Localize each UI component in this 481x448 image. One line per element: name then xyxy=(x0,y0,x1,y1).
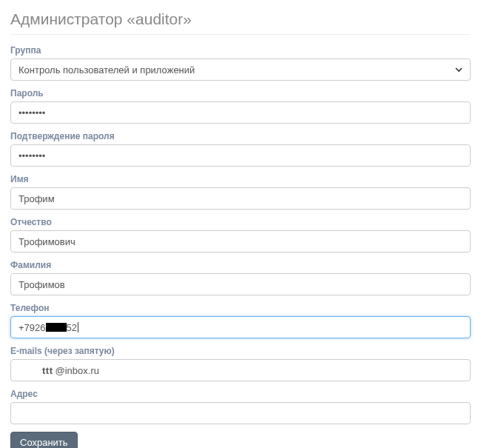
group-field: Группа Контроль пользователей и приложен… xyxy=(10,45,471,81)
emails-field: E-mails (через запятую) ttt @inbox.ru xyxy=(10,346,471,381)
password-confirm-field: Подтверждение пароля xyxy=(10,131,471,167)
last-name-input[interactable] xyxy=(10,273,471,295)
last-name-field: Фамилия xyxy=(10,260,471,295)
phone-input[interactable]: +792652 xyxy=(10,316,471,338)
group-select[interactable]: Контроль пользователей и приложений xyxy=(10,58,471,81)
group-label: Группа xyxy=(10,45,471,56)
address-field: Адрес xyxy=(10,389,471,424)
phone-field: Телефон +792652 xyxy=(10,303,471,338)
emails-label: E-mails (через запятую) xyxy=(10,346,471,356)
password-field: Пароль xyxy=(10,88,471,124)
patronymic-input[interactable] xyxy=(10,230,471,253)
password-confirm-input[interactable] xyxy=(10,144,471,167)
password-input[interactable] xyxy=(10,101,471,124)
last-name-label: Фамилия xyxy=(10,260,471,270)
save-row: Сохранить xyxy=(10,432,471,448)
text-cursor-icon xyxy=(78,322,78,332)
first-name-input[interactable] xyxy=(10,187,471,210)
patronymic-field: Отчество xyxy=(10,217,471,253)
redacted-icon xyxy=(46,323,67,332)
page-title: Администратор «auditor» xyxy=(10,10,471,28)
patronymic-label: Отчество xyxy=(10,217,471,227)
email-local: ttt xyxy=(42,365,53,376)
save-button[interactable]: Сохранить xyxy=(10,432,78,448)
phone-label: Телефон xyxy=(10,303,471,313)
first-name-label: Имя xyxy=(10,174,471,184)
password-label: Пароль xyxy=(10,88,471,98)
emails-input[interactable]: ttt @inbox.ru xyxy=(10,359,471,381)
address-label: Адрес xyxy=(10,389,471,399)
password-confirm-label: Подтверждение пароля xyxy=(10,131,471,141)
first-name-field: Имя xyxy=(10,174,471,210)
email-domain: @inbox.ru xyxy=(56,365,99,376)
address-input[interactable] xyxy=(10,402,471,424)
title-separator xyxy=(10,34,471,35)
phone-prefix: +7926 xyxy=(18,322,46,333)
phone-suffix: 52 xyxy=(67,322,77,333)
